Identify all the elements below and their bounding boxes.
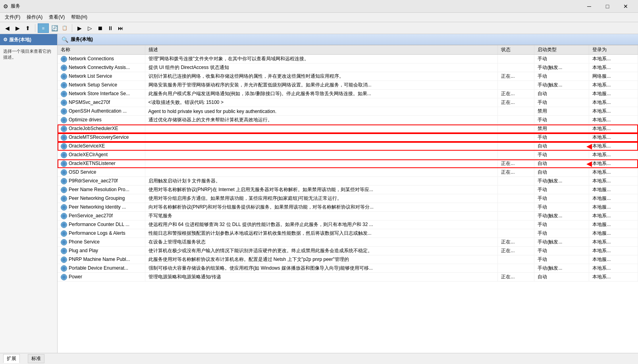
- table-row[interactable]: OSD Service正在...自动本地系...: [58, 168, 638, 177]
- services-table-container[interactable]: 名称 描述 状态 启动类型 登录为 Network Connections管理"…: [58, 45, 638, 353]
- table-row[interactable]: Network Store Interface Se...此服务向用户模式客户端…: [58, 90, 638, 98]
- service-icon-cell: OpenSSH Authentication ...: [58, 107, 145, 116]
- forward-button[interactable]: ▶: [13, 23, 22, 33]
- back-button[interactable]: ◀: [2, 23, 12, 33]
- service-startup: 禁用: [534, 125, 589, 133]
- service-login: 本地系...: [589, 63, 638, 72]
- col-name[interactable]: 名称: [58, 45, 145, 55]
- table-row[interactable]: PNRP Machine Name Publ...此服务使用对等名称解析协议发布…: [58, 255, 638, 264]
- title-bar-left: ⚙ 服务: [3, 3, 20, 10]
- table-row[interactable]: OpenSSH Authentication ...Agent to hold …: [58, 107, 638, 116]
- service-status: [498, 107, 534, 116]
- table-row[interactable]: OracleXEClrAgent手动本地系...: [58, 151, 638, 159]
- restart-button[interactable]: ⏭: [116, 23, 125, 33]
- service-status: 正在...: [498, 247, 534, 255]
- show-hide-button[interactable]: ≡: [38, 23, 49, 33]
- service-icon: [61, 126, 67, 132]
- table-row[interactable]: Performance Logs & Alerts性能日志和警报根据预配置的计划…: [58, 229, 638, 238]
- content-area: 🔍 服务(本地) 名称 描述 状态 启动类型 登录为: [58, 34, 638, 353]
- table-row[interactable]: Network List Service识别计算机已连接的网络，收集和存储这些网…: [58, 72, 638, 81]
- service-startup: 手动(触发...: [534, 63, 589, 72]
- col-desc[interactable]: 描述: [145, 45, 498, 55]
- table-row[interactable]: Peer Name Resolution Pro...使用对等名称解析协议(PN…: [58, 186, 638, 194]
- table-row[interactable]: OracleMTSRecoveryService手动本地系...: [58, 133, 638, 142]
- service-icon-cell: Peer Networking Grouping: [58, 194, 145, 203]
- table-row[interactable]: Plug and Play使计算机在极少或没有用户输入的情况下能识别并适应硬件的…: [58, 247, 638, 255]
- maximize-button[interactable]: □: [598, 0, 617, 13]
- service-name: Peer Networking Identity ...: [69, 204, 126, 210]
- table-row[interactable]: Network Setup Service网络安装服务用于管理网络驱动程序的安装…: [58, 81, 638, 90]
- service-desc: 管理电源策略和电源策略通知/传递: [145, 273, 498, 282]
- service-icon: [61, 152, 67, 158]
- table-row[interactable]: Peer Networking Grouping使用对等分组启用多方通信。如果禁…: [58, 194, 638, 203]
- up-button[interactable]: ⬆: [23, 23, 33, 33]
- service-startup: 自动: [534, 142, 589, 151]
- service-icon-cell: Network Setup Service: [58, 81, 145, 90]
- service-startup: 自动: [534, 159, 589, 168]
- table-row[interactable]: P9RdrService_aec270f启用触发启动计划 9 文件服务器。手动(…: [58, 177, 638, 186]
- play-button[interactable]: ▶: [75, 23, 84, 33]
- table-row[interactable]: OracleXETNSListener正在...自动本地系...: [58, 159, 638, 168]
- service-name: OracleJobSchedulerXE: [69, 126, 118, 131]
- services-table: 名称 描述 状态 启动类型 登录为 Network Connections管理"…: [58, 45, 638, 282]
- table-row[interactable]: Network Connectivity Assis...提供 UI 组件的 D…: [58, 63, 638, 72]
- table-row[interactable]: Network Connections管理"网络和拨号连接"文件夹中对象，在其中…: [58, 55, 638, 63]
- service-login: 本地系...: [589, 125, 638, 133]
- table-row[interactable]: Performance Counter DLL ...使远程用户和 64 位进程…: [58, 220, 638, 229]
- service-icon-cell: OracleMTSRecoveryService: [58, 133, 145, 142]
- service-desc: 启用触发启动计划 9 文件服务器。: [145, 177, 498, 186]
- service-name: Phone Service: [69, 239, 100, 245]
- tab-expand[interactable]: 扩展: [3, 354, 20, 363]
- menu-view[interactable]: 查看(V): [46, 13, 68, 21]
- minimize-button[interactable]: ─: [580, 0, 598, 13]
- table-row[interactable]: NPSMSvc_aec270f<读取描述失败。错误代码: 15100 >正在..…: [58, 98, 638, 107]
- pause-button[interactable]: ⏸: [106, 23, 115, 33]
- properties-button[interactable]: 📋: [60, 23, 69, 33]
- table-row[interactable]: OracleJobSchedulerXE禁用本地系...: [58, 125, 638, 133]
- service-status: [498, 125, 534, 133]
- table-header-row: 名称 描述 状态 启动类型 登录为: [58, 45, 638, 55]
- service-name: Network Store Interface Se...: [69, 91, 130, 96]
- play2-button[interactable]: ▷: [85, 23, 94, 33]
- table-row[interactable]: PenService_aec270f手写笔服务手动(触发...本地系...: [58, 212, 638, 220]
- service-icon-cell: Network Connections: [58, 55, 145, 63]
- service-startup: 手动: [534, 72, 589, 81]
- col-login[interactable]: 登录为: [589, 45, 638, 55]
- stop-button[interactable]: ⏹: [95, 23, 105, 33]
- service-icon: [61, 248, 67, 254]
- service-name: Network Connectivity Assis...: [69, 65, 130, 70]
- tab-standard[interactable]: 标准: [28, 354, 44, 363]
- service-name: Power: [69, 274, 82, 280]
- table-row[interactable]: Optimize drives通过优化存储驱动器上的文件来帮助计算机更高效地运行…: [58, 116, 638, 125]
- service-icon-cell: Peer Name Resolution Pro...: [58, 186, 145, 194]
- service-status: 正在...: [498, 168, 534, 177]
- service-status: [498, 212, 534, 220]
- menu-action[interactable]: 操作(A): [23, 13, 46, 21]
- table-row[interactable]: Peer Networking Identity ...向对等名称解析协议(PN…: [58, 203, 638, 212]
- service-icon-cell: Network Connectivity Assis...: [58, 63, 145, 72]
- service-icon-cell: Network List Service: [58, 72, 145, 81]
- service-icon: [61, 187, 67, 193]
- service-startup: 手动: [534, 229, 589, 238]
- service-startup: 手动(触发...: [534, 177, 589, 186]
- service-icon: [61, 108, 67, 115]
- service-login: 本地服...: [589, 186, 638, 194]
- service-login: 网络服...: [589, 72, 638, 81]
- toolbar: ◀ ▶ ⬆ ≡ 🔄 📋 ▶ ▷ ⏹ ⏸ ⏭: [0, 22, 638, 34]
- refresh-button[interactable]: 🔄: [50, 23, 59, 33]
- menu-help[interactable]: 帮助(H): [68, 13, 91, 21]
- service-login: 本地服...: [589, 220, 638, 229]
- service-desc: 识别计算机已连接的网络，收集和存储这些网络的属性，并在更改这些属性时通知应用程序…: [145, 72, 498, 81]
- table-row[interactable]: OracleServiceXE自动本地系...: [58, 142, 638, 151]
- menu-file[interactable]: 文件(F): [2, 13, 23, 21]
- service-icon: [61, 117, 67, 123]
- service-status: [498, 81, 534, 90]
- col-startup[interactable]: 启动类型: [534, 45, 589, 55]
- col-status[interactable]: 状态: [498, 45, 534, 55]
- table-row[interactable]: Power管理电源策略和电源策略通知/传递正在...自动本地系...: [58, 273, 638, 282]
- close-button[interactable]: ✕: [617, 0, 635, 13]
- sidebar-title: 服务(本地): [9, 36, 31, 43]
- service-icon: [61, 204, 67, 211]
- table-row[interactable]: Phone Service在设备上管理电话服务状态正在...手动(触发...本地…: [58, 238, 638, 247]
- table-row[interactable]: Portable Device Enumerat...强制可移动大容量存储设备的…: [58, 264, 638, 273]
